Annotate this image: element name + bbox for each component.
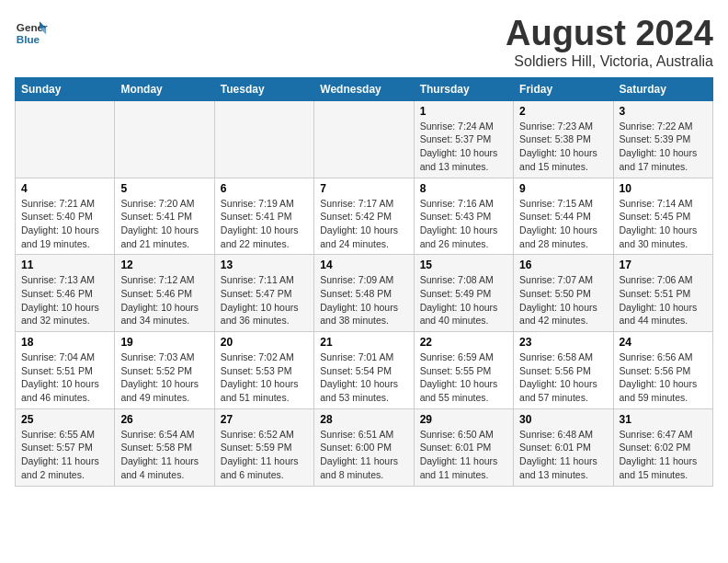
day-info: Sunrise: 7:19 AM Sunset: 5:41 PM Dayligh… bbox=[221, 197, 308, 251]
page-subtitle: Soldiers Hill, Victoria, Australia bbox=[506, 53, 713, 70]
day-cell: 22Sunrise: 6:59 AM Sunset: 5:55 PM Dayli… bbox=[414, 332, 513, 409]
day-cell: 8Sunrise: 7:16 AM Sunset: 5:43 PM Daylig… bbox=[414, 178, 513, 255]
day-cell bbox=[115, 100, 214, 178]
col-header-thursday: Thursday bbox=[414, 77, 513, 100]
day-info: Sunrise: 6:47 AM Sunset: 6:02 PM Dayligh… bbox=[620, 428, 707, 482]
day-cell: 3Sunrise: 7:22 AM Sunset: 5:39 PM Daylig… bbox=[613, 100, 712, 178]
col-header-tuesday: Tuesday bbox=[214, 77, 313, 100]
day-number: 23 bbox=[519, 336, 607, 349]
day-number: 16 bbox=[519, 259, 607, 271]
day-number: 11 bbox=[21, 259, 108, 271]
day-info: Sunrise: 7:15 AM Sunset: 5:44 PM Dayligh… bbox=[519, 197, 607, 251]
day-info: Sunrise: 7:14 AM Sunset: 5:45 PM Dayligh… bbox=[620, 197, 707, 251]
day-cell: 9Sunrise: 7:15 AM Sunset: 5:44 PM Daylig… bbox=[514, 178, 613, 255]
day-cell: 21Sunrise: 7:01 AM Sunset: 5:54 PM Dayli… bbox=[314, 332, 414, 409]
col-header-monday: Monday bbox=[115, 77, 214, 100]
day-cell: 20Sunrise: 7:02 AM Sunset: 5:53 PM Dayli… bbox=[214, 332, 313, 409]
header-row: SundayMondayTuesdayWednesdayThursdayFrid… bbox=[16, 77, 713, 100]
day-info: Sunrise: 6:48 AM Sunset: 6:01 PM Dayligh… bbox=[519, 428, 607, 482]
day-cell: 17Sunrise: 7:06 AM Sunset: 5:51 PM Dayli… bbox=[613, 255, 712, 332]
day-info: Sunrise: 7:09 AM Sunset: 5:48 PM Dayligh… bbox=[320, 273, 407, 327]
col-header-sunday: Sunday bbox=[16, 77, 115, 100]
calendar-header: SundayMondayTuesdayWednesdayThursdayFrid… bbox=[16, 77, 713, 100]
day-number: 21 bbox=[320, 336, 407, 349]
day-number: 4 bbox=[21, 182, 108, 195]
day-info: Sunrise: 7:22 AM Sunset: 5:39 PM Dayligh… bbox=[620, 120, 707, 174]
day-number: 27 bbox=[221, 413, 308, 426]
day-info: Sunrise: 7:12 AM Sunset: 5:46 PM Dayligh… bbox=[120, 273, 208, 327]
day-number: 1 bbox=[420, 105, 507, 118]
day-number: 8 bbox=[420, 182, 507, 195]
svg-text:Blue: Blue bbox=[17, 33, 40, 45]
day-cell: 18Sunrise: 7:04 AM Sunset: 5:51 PM Dayli… bbox=[16, 332, 115, 409]
day-cell: 30Sunrise: 6:48 AM Sunset: 6:01 PM Dayli… bbox=[514, 408, 613, 486]
day-cell: 4Sunrise: 7:21 AM Sunset: 5:40 PM Daylig… bbox=[16, 178, 115, 255]
day-cell: 7Sunrise: 7:17 AM Sunset: 5:42 PM Daylig… bbox=[314, 178, 414, 255]
day-info: Sunrise: 6:50 AM Sunset: 6:01 PM Dayligh… bbox=[420, 428, 507, 482]
day-number: 20 bbox=[221, 336, 308, 349]
day-cell bbox=[314, 100, 414, 178]
day-number: 2 bbox=[519, 105, 607, 118]
day-info: Sunrise: 6:51 AM Sunset: 6:00 PM Dayligh… bbox=[320, 428, 407, 482]
day-number: 5 bbox=[120, 182, 208, 195]
day-info: Sunrise: 6:55 AM Sunset: 5:57 PM Dayligh… bbox=[21, 428, 108, 482]
header: General Blue August 2024 Soldiers Hill, … bbox=[15, 15, 713, 70]
day-cell: 23Sunrise: 6:58 AM Sunset: 5:56 PM Dayli… bbox=[514, 332, 613, 409]
day-cell: 6Sunrise: 7:19 AM Sunset: 5:41 PM Daylig… bbox=[214, 178, 313, 255]
day-number: 12 bbox=[120, 259, 208, 271]
day-number: 10 bbox=[620, 182, 707, 195]
page-title: August 2024 bbox=[506, 15, 713, 53]
week-row-3: 11Sunrise: 7:13 AM Sunset: 5:46 PM Dayli… bbox=[16, 255, 713, 332]
day-cell: 10Sunrise: 7:14 AM Sunset: 5:45 PM Dayli… bbox=[613, 178, 712, 255]
day-info: Sunrise: 7:24 AM Sunset: 5:37 PM Dayligh… bbox=[420, 120, 507, 174]
day-number: 24 bbox=[620, 336, 707, 349]
day-info: Sunrise: 7:07 AM Sunset: 5:50 PM Dayligh… bbox=[519, 273, 607, 327]
day-info: Sunrise: 7:16 AM Sunset: 5:43 PM Dayligh… bbox=[420, 197, 507, 251]
day-number: 3 bbox=[620, 105, 707, 118]
calendar-body: 1Sunrise: 7:24 AM Sunset: 5:37 PM Daylig… bbox=[16, 100, 713, 486]
day-cell: 13Sunrise: 7:11 AM Sunset: 5:47 PM Dayli… bbox=[214, 255, 313, 332]
day-info: Sunrise: 6:59 AM Sunset: 5:55 PM Dayligh… bbox=[420, 350, 507, 405]
day-cell: 31Sunrise: 6:47 AM Sunset: 6:02 PM Dayli… bbox=[613, 408, 712, 486]
day-number: 15 bbox=[420, 259, 507, 271]
day-cell: 29Sunrise: 6:50 AM Sunset: 6:01 PM Dayli… bbox=[414, 408, 513, 486]
day-info: Sunrise: 7:20 AM Sunset: 5:41 PM Dayligh… bbox=[120, 197, 208, 251]
week-row-1: 1Sunrise: 7:24 AM Sunset: 5:37 PM Daylig… bbox=[16, 100, 713, 178]
day-info: Sunrise: 7:17 AM Sunset: 5:42 PM Dayligh… bbox=[320, 197, 407, 251]
day-info: Sunrise: 7:02 AM Sunset: 5:53 PM Dayligh… bbox=[221, 350, 308, 405]
day-number: 6 bbox=[221, 182, 308, 195]
day-info: Sunrise: 7:01 AM Sunset: 5:54 PM Dayligh… bbox=[320, 350, 407, 405]
day-cell: 2Sunrise: 7:23 AM Sunset: 5:38 PM Daylig… bbox=[514, 100, 613, 178]
day-cell: 25Sunrise: 6:55 AM Sunset: 5:57 PM Dayli… bbox=[16, 408, 115, 486]
day-info: Sunrise: 6:56 AM Sunset: 5:56 PM Dayligh… bbox=[620, 350, 707, 405]
col-header-friday: Friday bbox=[514, 77, 613, 100]
day-info: Sunrise: 7:04 AM Sunset: 5:51 PM Dayligh… bbox=[21, 350, 108, 405]
day-cell: 1Sunrise: 7:24 AM Sunset: 5:37 PM Daylig… bbox=[414, 100, 513, 178]
day-cell: 28Sunrise: 6:51 AM Sunset: 6:00 PM Dayli… bbox=[314, 408, 414, 486]
day-number: 9 bbox=[519, 182, 607, 195]
day-cell: 26Sunrise: 6:54 AM Sunset: 5:58 PM Dayli… bbox=[115, 408, 214, 486]
week-row-5: 25Sunrise: 6:55 AM Sunset: 5:57 PM Dayli… bbox=[16, 408, 713, 486]
logo-icon: General Blue bbox=[15, 15, 48, 48]
day-number: 25 bbox=[21, 413, 108, 426]
day-info: Sunrise: 6:52 AM Sunset: 5:59 PM Dayligh… bbox=[221, 428, 308, 482]
day-info: Sunrise: 7:03 AM Sunset: 5:52 PM Dayligh… bbox=[120, 350, 208, 405]
day-info: Sunrise: 7:21 AM Sunset: 5:40 PM Dayligh… bbox=[21, 197, 108, 251]
day-cell: 27Sunrise: 6:52 AM Sunset: 5:59 PM Dayli… bbox=[214, 408, 313, 486]
day-cell: 16Sunrise: 7:07 AM Sunset: 5:50 PM Dayli… bbox=[514, 255, 613, 332]
day-number: 29 bbox=[420, 413, 507, 426]
day-number: 30 bbox=[519, 413, 607, 426]
day-info: Sunrise: 6:54 AM Sunset: 5:58 PM Dayligh… bbox=[120, 428, 208, 482]
day-number: 14 bbox=[320, 259, 407, 271]
day-cell: 12Sunrise: 7:12 AM Sunset: 5:46 PM Dayli… bbox=[115, 255, 214, 332]
day-info: Sunrise: 7:06 AM Sunset: 5:51 PM Dayligh… bbox=[620, 273, 707, 327]
title-area: August 2024 Soldiers Hill, Victoria, Aus… bbox=[506, 15, 713, 70]
col-header-saturday: Saturday bbox=[613, 77, 712, 100]
col-header-wednesday: Wednesday bbox=[314, 77, 414, 100]
week-row-4: 18Sunrise: 7:04 AM Sunset: 5:51 PM Dayli… bbox=[16, 332, 713, 409]
day-info: Sunrise: 6:58 AM Sunset: 5:56 PM Dayligh… bbox=[519, 350, 607, 405]
day-cell: 11Sunrise: 7:13 AM Sunset: 5:46 PM Dayli… bbox=[16, 255, 115, 332]
day-cell: 5Sunrise: 7:20 AM Sunset: 5:41 PM Daylig… bbox=[115, 178, 214, 255]
day-number: 17 bbox=[620, 259, 707, 271]
day-cell: 24Sunrise: 6:56 AM Sunset: 5:56 PM Dayli… bbox=[613, 332, 712, 409]
